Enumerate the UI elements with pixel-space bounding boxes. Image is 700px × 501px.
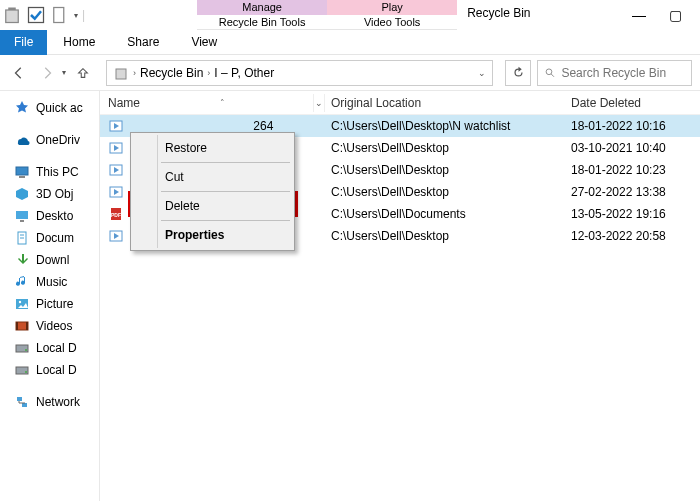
sidebar-item-quick-ac[interactable]: Quick ac — [0, 97, 99, 119]
forward-button[interactable] — [36, 62, 58, 84]
music-icon — [14, 274, 30, 290]
back-button[interactable] — [8, 62, 30, 84]
sidebar-item-label: 3D Obj — [36, 187, 73, 201]
checkbox-icon[interactable] — [26, 5, 46, 25]
date-deleted: 18-01-2022 10:23 — [565, 163, 700, 177]
svg-point-5 — [546, 69, 552, 75]
svg-line-6 — [551, 74, 554, 77]
video-icon — [14, 318, 30, 334]
sidebar-item-label: Picture — [36, 297, 73, 311]
tab-share[interactable]: Share — [111, 31, 175, 53]
original-location: C:\Users\Dell\Desktop — [325, 163, 565, 177]
file-icon — [108, 228, 124, 244]
menu-separator — [161, 220, 290, 221]
svg-rect-18 — [26, 322, 28, 330]
sidebar-item-label: Network — [36, 395, 80, 409]
svg-rect-4 — [116, 69, 126, 79]
sidebar-item-label: Music — [36, 275, 67, 289]
sidebar-item-local-d[interactable]: Local D — [0, 337, 99, 359]
file-icon — [108, 140, 124, 156]
sidebar-item-downl[interactable]: Downl — [0, 249, 99, 271]
tab-home[interactable]: Home — [47, 31, 111, 53]
crumb-sep-icon[interactable]: › — [207, 68, 210, 78]
disk-icon — [14, 362, 30, 378]
menu-item-delete[interactable]: Delete — [131, 194, 294, 218]
up-button[interactable] — [72, 62, 94, 84]
search-box[interactable] — [537, 60, 692, 86]
recycle-bin-icon — [2, 5, 22, 25]
address-dropdown-icon[interactable]: ⌄ — [478, 68, 486, 78]
svg-rect-8 — [19, 176, 25, 178]
sidebar-item-label: Downl — [36, 253, 69, 267]
menu-item-cut[interactable]: Cut — [131, 165, 294, 189]
file-icon: PDF — [108, 206, 124, 222]
address-bar[interactable]: › Recycle Bin › I – P, Other ⌄ — [106, 60, 493, 86]
crumb-sep-icon[interactable]: › — [133, 68, 136, 78]
cube-icon — [14, 186, 30, 202]
minimize-button[interactable]: — — [624, 5, 654, 25]
breadcrumb-recycle-bin[interactable]: Recycle Bin — [140, 66, 203, 80]
window-title: Recycle Bin — [457, 0, 624, 30]
doc-icon — [14, 230, 30, 246]
original-location: C:\Users\Dell\Desktop — [325, 185, 565, 199]
sidebar-item-3d-obj[interactable]: 3D Obj — [0, 183, 99, 205]
original-location: C:\Users\Dell\Desktop — [325, 229, 565, 243]
svg-rect-10 — [20, 220, 24, 222]
desktop-icon — [14, 208, 30, 224]
file-name: 264 — [130, 119, 273, 133]
sidebar-item-label: Local D — [36, 341, 77, 355]
column-dropdown-icon[interactable]: ⌄ — [313, 94, 325, 112]
network-icon — [14, 394, 30, 410]
svg-point-15 — [19, 301, 21, 303]
sidebar-item-network[interactable]: Network — [0, 391, 99, 413]
column-header-name[interactable]: Name ˄ ⌄ — [100, 94, 325, 112]
sidebar-item-label: This PC — [36, 165, 79, 179]
download-icon — [14, 252, 30, 268]
sidebar-item-onedriv[interactable]: OneDriv — [0, 129, 99, 151]
breadcrumb-group[interactable]: I – P, Other — [214, 66, 274, 80]
svg-point-22 — [25, 371, 27, 373]
history-dropdown-icon[interactable]: ▾ — [62, 68, 66, 77]
sidebar-item-local-d[interactable]: Local D — [0, 359, 99, 381]
maximize-button[interactable]: ▢ — [660, 5, 690, 25]
svg-rect-7 — [16, 167, 28, 175]
context-menu: RestoreCutDeleteProperties — [130, 132, 295, 251]
sidebar-item-picture[interactable]: Picture — [0, 293, 99, 315]
sidebar-item-videos[interactable]: Videos — [0, 315, 99, 337]
sidebar-item-label: Videos — [36, 319, 72, 333]
menu-separator — [161, 191, 290, 192]
sidebar-item-deskto[interactable]: Deskto — [0, 205, 99, 227]
file-icon — [108, 162, 124, 178]
column-header-date-deleted[interactable]: Date Deleted — [565, 96, 700, 110]
sidebar-item-label: OneDriv — [36, 133, 80, 147]
disk-icon — [14, 340, 30, 356]
svg-rect-3 — [54, 8, 64, 23]
sidebar-item-docum[interactable]: Docum — [0, 227, 99, 249]
date-deleted: 12-03-2022 20:58 — [565, 229, 700, 243]
sidebar: Quick acOneDrivThis PC3D ObjDesktoDocumD… — [0, 91, 100, 501]
search-input[interactable] — [561, 66, 685, 80]
document-icon[interactable] — [50, 5, 70, 25]
menu-item-restore[interactable]: Restore — [131, 136, 294, 160]
date-deleted: 13-05-2022 19:16 — [565, 207, 700, 221]
tab-view[interactable]: View — [175, 31, 233, 53]
qat-dropdown-icon[interactable]: ▾ — [74, 11, 78, 20]
context-tab-manage[interactable]: Manage Recycle Bin Tools — [197, 0, 327, 30]
file-tab[interactable]: File — [0, 30, 47, 55]
menu-item-properties[interactable]: Properties — [131, 223, 294, 247]
sidebar-item-this-pc[interactable]: This PC — [0, 161, 99, 183]
column-header-original-location[interactable]: Original Location — [325, 96, 565, 110]
sidebar-item-music[interactable]: Music — [0, 271, 99, 293]
divider: | — [82, 8, 85, 22]
context-tab-play[interactable]: Play Video Tools — [327, 0, 457, 30]
svg-text:PDF: PDF — [111, 212, 121, 218]
date-deleted: 18-01-2022 10:16 — [565, 119, 700, 133]
refresh-button[interactable] — [505, 60, 531, 86]
date-deleted: 27-02-2022 13:38 — [565, 185, 700, 199]
svg-rect-17 — [16, 322, 18, 330]
search-icon — [544, 66, 555, 79]
picture-icon — [14, 296, 30, 312]
original-location: C:\Users\Dell\Desktop\N watchlist — [325, 119, 565, 133]
svg-rect-0 — [6, 10, 19, 23]
file-icon — [108, 118, 124, 134]
